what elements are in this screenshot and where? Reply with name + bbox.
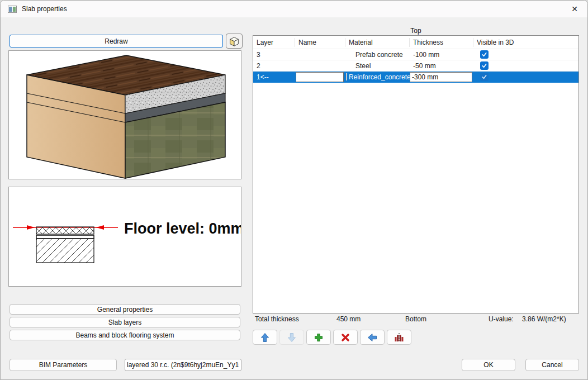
table-row[interactable]: 2 Steel -50 mm xyxy=(253,60,578,72)
slab-name-input[interactable] xyxy=(125,359,241,371)
layer-thickness: -50 mm xyxy=(410,62,473,70)
redraw-button[interactable]: Redraw xyxy=(10,35,223,48)
move-layer-down-button xyxy=(279,330,304,345)
floor-level-arrow-left xyxy=(27,225,35,230)
titlebar: Slab properties ✕ xyxy=(1,1,587,17)
bim-parameters-button[interactable]: BIM Parameters xyxy=(10,359,117,371)
layer-number: 1<-- xyxy=(253,73,295,81)
layer-number: 2 xyxy=(253,62,295,70)
layer-material: Steel xyxy=(345,62,410,70)
slab-3d-preview xyxy=(8,50,241,179)
slab-properties-dialog: Slab properties ✕ Redraw xyxy=(0,0,588,380)
beams-block-flooring-button[interactable]: Beams and block flooring system xyxy=(10,330,240,340)
add-layer-button[interactable] xyxy=(306,330,331,345)
visible-3d-checkbox[interactable] xyxy=(480,73,489,81)
u-value-label: U-value: xyxy=(489,315,514,323)
visible-3d-checkbox[interactable] xyxy=(480,50,489,59)
layer-thickness: -100 mm xyxy=(410,51,473,59)
col-visible: Visible in 3D xyxy=(473,38,578,47)
cancel-button[interactable]: Cancel xyxy=(525,359,579,371)
col-material: Material xyxy=(345,38,410,47)
layer-material: Prefab concrete xyxy=(345,51,410,59)
col-thickness: Thickness xyxy=(410,38,473,47)
cube-3d-icon-button[interactable] xyxy=(226,34,243,49)
close-icon[interactable]: ✕ xyxy=(562,1,587,17)
floor-level-arrow-right xyxy=(96,225,104,230)
table-header: Layer Name Material Thickness Visible in… xyxy=(253,36,578,49)
layer-thickness-edit[interactable]: -300 mm xyxy=(410,72,472,82)
move-layer-up-button[interactable] xyxy=(253,330,277,345)
delete-x-icon xyxy=(340,332,350,343)
visible-3d-checkbox[interactable] xyxy=(480,61,489,70)
ok-button[interactable]: OK xyxy=(462,359,515,371)
table-row[interactable]: 3 Prefab concrete -100 mm xyxy=(253,49,578,60)
cube-3d-icon xyxy=(228,35,240,48)
floor-level-caption: Floor level: 0mm xyxy=(124,220,241,237)
slab-section-preview: Floor level: 0mm xyxy=(8,187,241,287)
col-name: Name xyxy=(295,38,345,47)
dialog-title: Slab properties xyxy=(22,5,67,13)
layer-diagram-button[interactable] xyxy=(387,330,411,345)
delete-layer-button[interactable] xyxy=(333,330,358,345)
slab-layers-button[interactable]: Slab layers xyxy=(10,317,240,327)
app-icon xyxy=(8,6,17,13)
col-layer: Layer xyxy=(253,38,295,47)
arrow-left-icon xyxy=(367,332,377,343)
table-row-selected[interactable]: 1<-- Reinforced_concrete -300 mm xyxy=(253,72,578,83)
u-value: 3.86 W/(m2*K) xyxy=(522,315,566,323)
top-label: Top xyxy=(253,27,579,35)
arrow-up-icon xyxy=(260,332,270,343)
layer-material[interactable]: Reinforced_concrete xyxy=(349,73,411,81)
material-swatch[interactable] xyxy=(346,73,347,80)
layers-histogram-icon xyxy=(394,332,404,343)
layers-table: Layer Name Material Thickness Visible in… xyxy=(253,35,579,314)
insert-layer-button[interactable] xyxy=(360,330,385,345)
general-properties-button[interactable]: General properties xyxy=(10,304,240,315)
layer-number: 3 xyxy=(253,51,295,59)
plus-icon xyxy=(314,332,324,343)
arrow-down-icon xyxy=(287,332,297,343)
layer-name-edit[interactable] xyxy=(296,72,344,82)
